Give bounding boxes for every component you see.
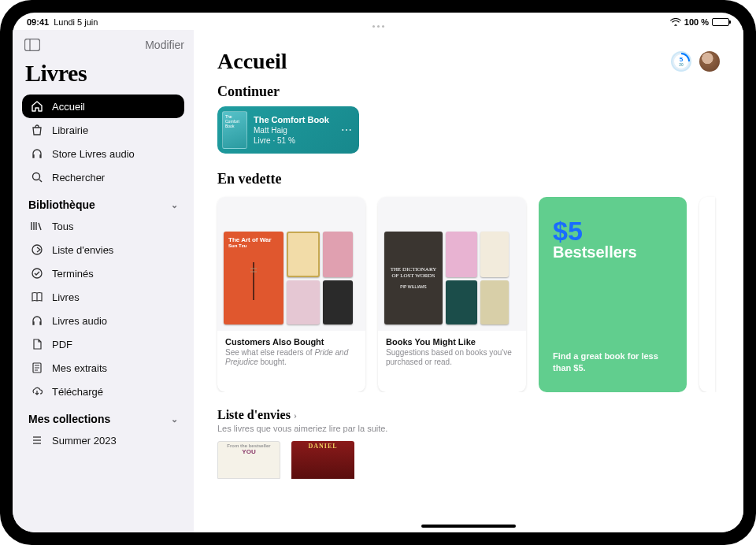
continue-book-progress: Livre · 51 % [254,135,335,146]
continue-card[interactable]: TheComfortBook The Comfort Book Matt Hai… [217,106,359,154]
section-label: Bibliothèque [28,198,95,211]
sidebar-item-label: Liste d'envies [52,244,113,256]
home-indicator[interactable] [421,525,516,528]
wishlist-subtitle: Les livres que vous aimeriez lire par la… [217,424,720,433]
cover-title: THE DICTIONARY OF LOST WORDS [389,267,438,279]
sidebar-item-finished[interactable]: Terminés [22,261,184,285]
promo-price: $5 [553,216,673,247]
svg-rect-0 [25,39,40,51]
chevron-down-icon: ⌄ [171,414,178,425]
sidebar-section-library[interactable]: Bibliothèque ⌄ [22,189,184,214]
sidebar-section-collections[interactable]: Mes collections ⌄ [22,403,184,428]
sidebar-item-label: Téléchargé [52,386,103,398]
sidebar-item-label: Mes extraits [52,362,107,374]
svg-point-5 [32,269,42,278]
sidebar-item-label: Tous [52,221,73,232]
sidebar-item-all[interactable]: Tous [22,214,184,238]
sidebar-item-label: Accueil [52,101,85,113]
sidebar: Modifier Livres Accueil Librairie Store … [13,30,194,532]
sidebar-item-audiobooks[interactable]: Store Livres audio [22,142,184,165]
continue-book-title: The Comfort Book [254,114,335,125]
screen: 09:41 Lundi 5 juin 100 % Modifier [13,13,743,532]
headphones-icon [30,313,44,328]
wishlist-row[interactable]: From the bestseller YOU DANIEL [217,441,720,479]
wishlist-book[interactable]: DANIEL [291,441,354,479]
sidebar-item-label: Livres audio [52,315,107,327]
sidebar-item-audiobooks-lib[interactable]: Livres audio [22,309,184,332]
sidebar-item-search[interactable]: Rechercher [22,165,184,189]
sidebar-item-excerpts[interactable]: Mes extraits [22,356,184,380]
sidebar-item-label: Librairie [52,124,88,136]
book-icon [30,290,44,304]
battery-icon [712,18,729,26]
edit-button[interactable]: Modifier [145,39,184,51]
wishlist-header: Liste d'envies [217,408,291,422]
document-icon [30,337,44,351]
check-circle-icon [30,266,44,280]
chevron-down-icon: ⌄ [171,200,178,210]
wishlist-header-link[interactable]: Liste d'envies › [217,408,720,422]
continue-book-author: Matt Haig [254,125,335,135]
download-cloud-icon [30,384,44,399]
headphones-icon [30,146,44,161]
app-title: Livres [25,60,181,87]
sidebar-item-books[interactable]: Livres [22,285,184,309]
sidebar-item-label: Terminés [52,268,94,280]
account-avatar[interactable] [699,51,720,72]
multitask-dots[interactable] [13,25,743,28]
wishlist-icon [30,243,44,257]
promo-title: Bestsellers [553,243,673,261]
sidebar-item-wishlist[interactable]: Liste d'envies [22,238,184,261]
sidebar-item-librairie[interactable]: Librairie [22,118,184,142]
featured-card-also-bought[interactable]: The Art of War Sun Tzu [217,197,365,392]
cover-title: The Art of War [228,236,279,243]
promo-subtitle: Find a great book for less than $5. [553,350,673,373]
featured-card-title: Customers Also Bought [225,337,358,347]
wishlist-book[interactable]: From the bestseller YOU [217,441,280,479]
sidebar-item-downloaded[interactable]: Téléchargé [22,380,184,403]
featured-card-peek[interactable] [699,197,715,392]
list-icon [30,433,44,447]
featured-card-title: Books You Might Like [386,337,518,347]
bag-icon [30,123,44,137]
library-all-icon [30,219,44,233]
sidebar-item-label: Rechercher [52,172,105,184]
section-label: Mes collections [28,413,110,425]
featured-card-might-like[interactable]: THE DICTIONARY OF LOST WORDS PIP WILLIAM… [378,197,526,392]
chevron-right-icon: › [294,410,297,421]
featured-card-sub: Suggestions based on books you've purcha… [386,348,518,367]
continue-header: Continuer [194,80,743,106]
search-icon [30,170,44,184]
sidebar-item-pdf[interactable]: PDF [22,332,184,356]
cover-author: PIP WILLIAMS [389,284,438,289]
sidebar-item-accueil[interactable]: Accueil [22,95,184,118]
more-options-icon[interactable]: ⋯ [341,124,354,136]
sidebar-toggle-icon[interactable] [22,35,43,55]
excerpts-icon [30,361,44,375]
featured-card-sub: See what else readers of Pride and Preju… [225,348,358,367]
featured-row[interactable]: The Art of War Sun Tzu [194,194,743,392]
continue-book-cover: TheComfortBook [222,111,247,149]
main-content: Accueil 5 20 Continuer TheComfortBook [194,30,743,532]
page-title: Accueil [217,49,287,74]
reading-goal-ring[interactable]: 5 20 [671,51,691,72]
device-frame: 09:41 Lundi 5 juin 100 % Modifier [0,0,756,545]
svg-line-3 [39,180,42,182]
sidebar-item-label: Summer 2023 [52,435,117,447]
svg-point-2 [33,173,40,180]
sidebar-item-label: Livres [52,291,80,303]
featured-promo-card[interactable]: $5 Bestsellers Find a great book for les… [539,197,687,392]
sidebar-item-label: Store Livres audio [52,148,135,160]
home-icon [30,99,44,113]
featured-header: En vedette [194,168,743,194]
goal-of: 20 [679,63,684,67]
sidebar-item-label: PDF [52,339,72,350]
sidebar-item-collection-summer[interactable]: Summer 2023 [22,428,184,452]
